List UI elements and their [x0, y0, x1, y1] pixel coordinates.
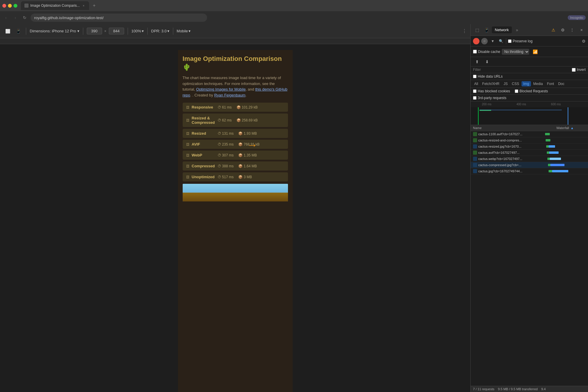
row-filename: cactus.jpg?cb=16702749744... — [478, 169, 544, 173]
devtools-settings-icon[interactable]: ⚙ — [559, 26, 567, 34]
disable-cache-input[interactable] — [473, 50, 477, 54]
network-row[interactable]: cactus-resized.jpg?cb=1670... — [471, 144, 588, 150]
tab-close-button[interactable]: × — [81, 4, 86, 8]
arrow-indicator: → — [247, 139, 258, 151]
network-row[interactable]: cactus.webp?cb=167027497... — [471, 156, 588, 162]
transferred-size: 9.5 MB / 9.5 MB transferred — [498, 387, 538, 391]
col-name-header: Name — [473, 126, 544, 130]
main-area: ⬜ 📱 Dimensions: iPhone 12 Pro ▾ × 100% ▾… — [0, 24, 588, 392]
row-label: Responsive — [192, 105, 215, 109]
forward-button[interactable]: › — [12, 14, 19, 21]
row-compressed: 🖼 Compressed ⏱ 388 ms 📦 1.64 MB — [183, 161, 288, 171]
more-options-icon[interactable]: ⋮ — [568, 26, 576, 34]
file-type-icon — [473, 157, 477, 161]
zoom-label: 100% — [131, 29, 141, 33]
height-input[interactable] — [109, 28, 124, 34]
throttle-select[interactable]: No throttling — [502, 49, 529, 55]
record-button[interactable] — [473, 38, 479, 44]
wifi-icon[interactable]: 📶 — [531, 48, 539, 56]
width-input[interactable] — [87, 28, 102, 34]
url-text: royalfig.github.io/image-optimization-te… — [34, 16, 104, 20]
devtools-panel: ⬚ 📱 Network » ⚠ ⚙ ⋮ × ⊘ ▼ 🔍 Preserve log — [470, 24, 588, 392]
row-time: ⏱ 61 ms — [218, 105, 232, 109]
invert-input[interactable] — [572, 68, 576, 72]
devtools-toggle-icon[interactable]: ⬜ — [4, 27, 12, 35]
extra-stat: 9.4 — [541, 387, 546, 391]
third-party-input[interactable] — [473, 96, 477, 100]
zoom-chevron-icon: ▾ — [142, 29, 144, 33]
requests-count: 7 / 11 requests — [473, 387, 494, 391]
row-responsive: 🖼 Responsive ⏱ 61 ms 📦 101.29 kB — [183, 103, 288, 112]
link-author[interactable]: Ryan Feigenbaum — [214, 93, 245, 97]
disable-cache-label: Disable cache — [478, 50, 500, 54]
network-row[interactable]: cactus-resized-and-compres... — [471, 137, 588, 144]
hide-data-urls-input[interactable] — [473, 75, 477, 78]
viewport-toolbar: ⬜ 📱 Dimensions: iPhone 12 Pro ▾ × 100% ▾… — [0, 24, 470, 38]
network-row[interactable]: cactus.jpg?cb=16702749744... — [471, 168, 588, 174]
page-thumbnail — [183, 184, 288, 201]
minimize-traffic-light[interactable] — [8, 4, 12, 8]
blocked-cookies-checkbox[interactable]: Has blocked cookies — [473, 89, 510, 93]
viewport-more-button[interactable]: ⋮ — [462, 28, 467, 34]
maximize-traffic-light[interactable] — [14, 4, 17, 8]
row-time: ⏱ 388 ms — [218, 164, 234, 168]
type-filter-fetch[interactable]: Fetch/XHR — [480, 81, 501, 86]
back-button[interactable]: ‹ — [2, 14, 9, 21]
network-settings-icon[interactable]: ⚙ — [582, 39, 586, 44]
url-bar[interactable]: royalfig.github.io/image-optimization-te… — [31, 14, 207, 22]
row-label: AVIF — [192, 142, 215, 146]
blocked-requests-input[interactable] — [515, 89, 518, 93]
device-toggle-icon[interactable]: 📱 — [14, 27, 22, 35]
link-optimizing-images[interactable]: Optimizing Images for Mobile — [196, 87, 246, 91]
inspect-element-icon[interactable]: ⬚ — [473, 26, 481, 34]
type-filter-css[interactable]: CSS — [510, 81, 521, 86]
network-row[interactable]: cactus-compressed.jpg?cb=... — [471, 162, 588, 168]
type-filter-js[interactable]: JS — [502, 81, 509, 86]
mobile-selector[interactable]: Mobile ▾ — [177, 29, 191, 33]
type-filter-all[interactable]: All — [472, 81, 480, 86]
preserve-log-input[interactable] — [508, 39, 512, 43]
network-table-header: Name Waterfall ▲ — [471, 125, 588, 131]
timeline-green-line — [478, 107, 479, 125]
new-tab-button[interactable]: + — [90, 2, 98, 9]
page-area: Image Optimization Comparison 🌵 The char… — [0, 44, 470, 392]
import-icon[interactable]: ⬆ — [473, 58, 481, 66]
active-tab[interactable]: Image Optimization Comparis... × — [21, 1, 89, 10]
row-waterfall — [544, 164, 586, 166]
type-filter-media[interactable]: Media — [532, 81, 545, 86]
type-filter-doc[interactable]: Doc — [556, 81, 566, 86]
export-icon[interactable]: ⬇ — [483, 58, 491, 66]
zoom-selector[interactable]: 100% ▾ — [131, 29, 144, 33]
filter-button[interactable]: ▼ — [489, 38, 496, 44]
close-traffic-light[interactable] — [2, 4, 6, 8]
network-row[interactable]: cactus-1100.avif?cb=167027... — [471, 131, 588, 137]
hide-data-urls-checkbox[interactable]: Hide data URLs — [473, 74, 503, 79]
network-row[interactable]: cactus.avif?cb=167027497... — [471, 150, 588, 156]
device-mode-icon[interactable]: 📱 — [482, 26, 491, 34]
filter-row: Invert — [471, 66, 588, 73]
dpr-chevron-icon: ▾ — [167, 29, 169, 33]
third-party-checkbox[interactable]: 3rd-party requests — [473, 96, 506, 100]
filter-input[interactable] — [473, 68, 570, 72]
search-button[interactable]: 🔍 — [498, 38, 504, 44]
stop-button[interactable]: ⊘ — [481, 38, 488, 44]
blocked-cookies-input[interactable] — [473, 89, 477, 93]
type-filter-img[interactable]: Img — [522, 81, 531, 86]
network-toolbar-3: ⬆ ⬇ — [471, 57, 588, 66]
file-type-icon — [473, 138, 477, 142]
device-selector[interactable]: Dimensions: iPhone 12 Pro ▾ — [30, 29, 79, 33]
type-filter-font[interactable]: Font — [545, 81, 556, 86]
blocked-requests-checkbox[interactable]: Blocked Requests — [515, 89, 548, 93]
img-icon: 🖼 — [186, 106, 189, 109]
refresh-button[interactable]: ↻ — [21, 14, 28, 21]
close-devtools-icon[interactable]: × — [577, 26, 586, 34]
dpr-selector[interactable]: DPR: 3.0 ▾ — [151, 29, 169, 33]
network-table: Name Waterfall ▲ cactus-1100.avif?cb=167… — [471, 125, 588, 386]
tab-network[interactable]: Network — [492, 26, 512, 33]
img-icon: 🖼 — [186, 154, 189, 157]
preserve-log-checkbox[interactable]: Preserve log — [508, 39, 532, 43]
disable-cache-checkbox[interactable]: Disable cache — [473, 50, 500, 54]
blocked-requests-label: Blocked Requests — [519, 89, 548, 93]
network-toolbar-1: ⊘ ▼ 🔍 Preserve log ⚙ — [471, 36, 588, 46]
more-tabs-button[interactable]: » — [513, 26, 521, 34]
